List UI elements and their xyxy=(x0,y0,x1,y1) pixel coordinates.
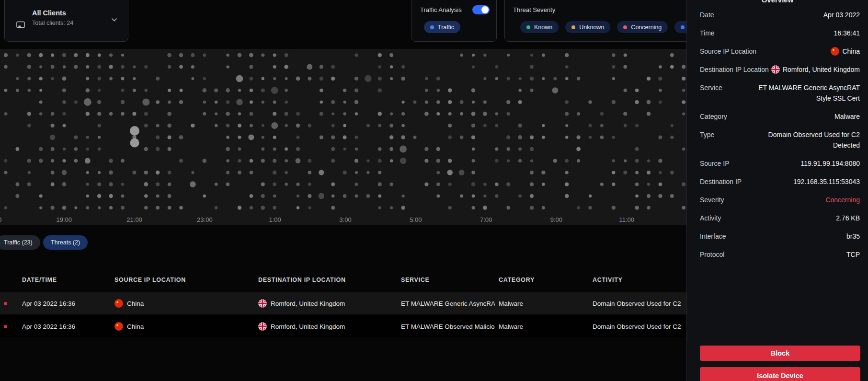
traffic-dot xyxy=(437,89,440,92)
detail-value: Malware xyxy=(834,111,860,122)
traffic-dot xyxy=(297,136,300,139)
traffic-dot xyxy=(308,77,312,81)
isolate-device-button[interactable]: Isolate Device xyxy=(700,367,860,381)
traffic-dot xyxy=(378,112,382,115)
traffic-dot xyxy=(226,54,229,57)
traffic-dot xyxy=(424,112,429,116)
traffic-dot xyxy=(565,159,569,163)
traffic-dot xyxy=(530,194,534,198)
traffic-dot xyxy=(343,124,346,127)
traffic-dot xyxy=(50,135,55,140)
traffic-dot xyxy=(249,77,253,81)
traffic-dot xyxy=(285,183,287,185)
traffic-dot xyxy=(389,124,393,127)
traffic-dot xyxy=(261,53,264,57)
traffic-dot xyxy=(331,136,335,139)
traffic-dot xyxy=(495,77,499,81)
chevron-down-icon[interactable] xyxy=(111,15,117,23)
timeline-dots[interactable] xyxy=(0,49,692,225)
traffic-dot xyxy=(331,183,335,186)
traffic-dot xyxy=(436,183,440,186)
traffic-dot xyxy=(27,159,31,162)
traffic-dot xyxy=(565,77,569,81)
traffic-dot xyxy=(506,100,510,104)
traffic-dot xyxy=(226,124,229,127)
traffic-dot xyxy=(27,53,31,57)
cell-activity: Domain Observed Used for C2 xyxy=(593,315,681,337)
traffic-dot xyxy=(635,89,639,92)
traffic-dot xyxy=(682,100,685,104)
traffic-dot xyxy=(296,124,300,127)
detail-value: Romford, United Kingdom xyxy=(771,64,860,75)
traffic-dot xyxy=(296,147,300,151)
traffic-dot xyxy=(226,183,229,186)
traffic-dot xyxy=(142,98,149,105)
traffic-timeline-chart[interactable]: 17:0019:0021:0023:001:003:005:007:009:00… xyxy=(0,49,692,225)
traffic-dot xyxy=(576,147,581,151)
traffic-dot xyxy=(4,89,8,92)
tab-traffic[interactable]: Traffic (23) xyxy=(0,235,40,250)
severity-pill-known[interactable]: Known xyxy=(520,21,559,33)
cell-category: Malware xyxy=(499,315,523,337)
traffic-dot xyxy=(331,124,335,127)
clients-selector[interactable]: All Clients Total clients: 24 xyxy=(4,0,128,42)
traffic-dot xyxy=(86,77,89,81)
traffic-dot xyxy=(530,54,533,57)
traffic-dot xyxy=(27,77,31,80)
traffic-dot xyxy=(402,195,405,197)
threat-event-dot[interactable] xyxy=(130,139,139,148)
threat-event-dot[interactable] xyxy=(130,126,139,136)
traffic-dot xyxy=(39,53,43,57)
severity-pill-unknown[interactable]: Unknown xyxy=(565,21,610,33)
traffic-legend-pill[interactable]: Traffic xyxy=(424,21,460,33)
traffic-dot-icon xyxy=(430,25,434,29)
traffic-dot xyxy=(62,182,67,186)
traffic-dot xyxy=(390,159,393,162)
traffic-dot xyxy=(495,194,498,197)
traffic-dot xyxy=(401,112,405,115)
traffic-dot xyxy=(400,146,407,153)
flag-uk-icon xyxy=(258,322,267,331)
traffic-dot xyxy=(565,53,569,57)
traffic-dot xyxy=(85,158,91,164)
traffic-dot xyxy=(576,135,580,139)
traffic-dot xyxy=(308,194,311,198)
traffic-dot xyxy=(203,77,206,80)
table-row[interactable]: Apr 03 2022 16:36ChinaRomford, United Ki… xyxy=(0,315,692,337)
traffic-dot xyxy=(179,159,183,163)
traffic-dot xyxy=(659,101,662,104)
traffic-dot xyxy=(250,171,253,174)
traffic-dot xyxy=(133,89,136,92)
traffic-dot xyxy=(284,65,288,69)
traffic-dot xyxy=(109,53,113,57)
traffic-dot xyxy=(273,100,276,104)
traffic-dot xyxy=(98,89,101,92)
tab-threats[interactable]: Threats (2) xyxy=(43,235,88,250)
traffic-dot xyxy=(261,183,265,186)
table-row[interactable]: Apr 03 2022 16:36ChinaRomford, United Ki… xyxy=(0,292,692,314)
traffic-dot xyxy=(238,171,241,174)
traffic-dot xyxy=(273,77,276,80)
traffic-dot xyxy=(507,147,510,150)
severity-pill-concerning[interactable]: Concerning xyxy=(617,21,668,33)
traffic-dot xyxy=(530,147,534,151)
traffic-dot xyxy=(460,54,463,57)
traffic-dot xyxy=(144,206,148,210)
traffic-dot xyxy=(623,171,627,174)
traffic-dot xyxy=(331,77,335,81)
traffic-dot xyxy=(565,100,569,104)
column-header-destination-ip-location: DESTINATION IP LOCATION xyxy=(258,275,346,285)
traffic-analysis-toggle[interactable] xyxy=(472,5,490,14)
traffic-dot xyxy=(4,171,8,174)
traffic-dot xyxy=(530,89,533,92)
traffic-dot xyxy=(647,194,651,198)
traffic-dot xyxy=(495,183,499,186)
traffic-dot xyxy=(62,53,66,57)
traffic-dot xyxy=(4,159,8,162)
traffic-dot xyxy=(62,100,66,104)
traffic-dot xyxy=(530,206,534,210)
traffic-dot xyxy=(635,183,639,186)
block-button[interactable]: Block xyxy=(700,346,860,361)
detail-label: Type xyxy=(700,129,714,140)
traffic-dot xyxy=(472,101,475,104)
